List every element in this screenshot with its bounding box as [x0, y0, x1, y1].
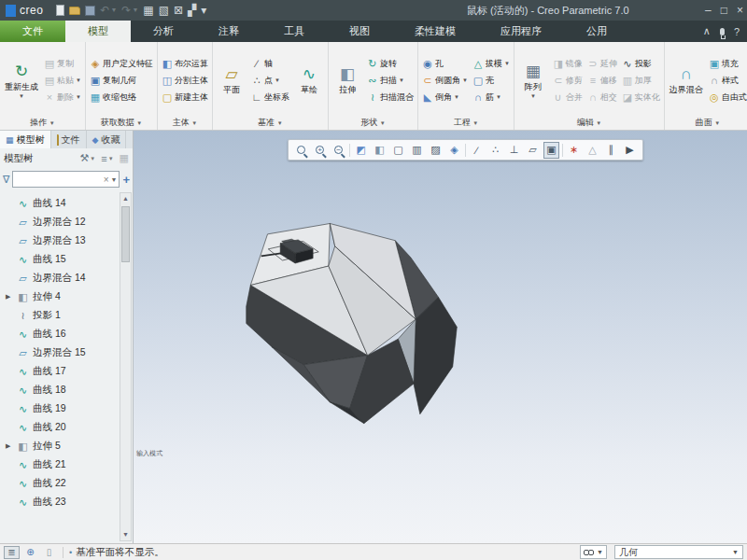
save-icon[interactable]: [85, 2, 95, 19]
intersect-button[interactable]: ∩相交: [586, 91, 618, 105]
fill-button[interactable]: ▣填充: [708, 57, 747, 71]
tree-item[interactable]: ▶◧拉伸 4: [0, 287, 133, 306]
revolve-button[interactable]: ↻旋转: [366, 57, 415, 71]
new-window-icon[interactable]: ▯: [41, 546, 57, 559]
annotation-display-icon[interactable]: ▣: [543, 142, 559, 159]
repaint-icon[interactable]: ◩: [353, 142, 369, 159]
qat-menu-icon[interactable]: ▾: [201, 2, 206, 19]
tab-flexible-modeling[interactable]: 柔性建模: [392, 21, 478, 42]
close-window-icon[interactable]: ⊠: [174, 2, 183, 19]
sketch-button[interactable]: ∿草绘: [293, 64, 325, 97]
command-search-icon[interactable]: [720, 28, 725, 35]
tree-item[interactable]: ∿曲线 22: [0, 474, 133, 493]
scroll-up-icon[interactable]: ▲: [122, 193, 129, 204]
tab-utilities[interactable]: 公用: [564, 21, 629, 42]
plane-display-icon[interactable]: ▱: [525, 142, 541, 159]
offset-button[interactable]: ≡偏移: [586, 74, 618, 88]
tree-display-icon[interactable]: ≡▼: [101, 152, 113, 164]
tree-item[interactable]: ∿曲线 19: [0, 399, 133, 418]
ribbon-group-label[interactable]: 曲面 ▼: [668, 117, 747, 130]
shading-icon[interactable]: ◧: [372, 142, 388, 159]
copy-button[interactable]: ▤复制: [43, 57, 82, 71]
search-dropdown-icon[interactable]: ▼: [110, 176, 117, 183]
tree-item[interactable]: ∿曲线 17: [0, 362, 133, 381]
thicken-button[interactable]: ▥加厚: [621, 74, 661, 88]
undo-icon[interactable]: ↶▼: [100, 2, 117, 19]
selection-filter-select[interactable]: 几何 ▼: [614, 545, 743, 559]
minimize-button[interactable]: –: [705, 4, 712, 17]
boundary-blend-button[interactable]: ∩边界混合: [668, 64, 705, 97]
refit-icon[interactable]: [293, 142, 309, 159]
tree-item[interactable]: ▱边界混合 14: [0, 269, 133, 287]
tree-item[interactable]: ∿曲线 15: [0, 250, 133, 269]
model-3d-mouse[interactable]: [134, 131, 747, 543]
close-button[interactable]: ×: [737, 4, 743, 17]
shrinkwrap-button[interactable]: ▦收缩包络: [89, 91, 154, 105]
tab-view[interactable]: 视图: [327, 21, 392, 42]
tree-tools-icon[interactable]: ⚒▼: [79, 152, 95, 164]
tab-model[interactable]: 模型: [65, 21, 131, 42]
tree-item[interactable]: ▱边界混合 13: [0, 231, 133, 250]
expand-arrow-icon[interactable]: ▶: [6, 293, 13, 301]
ribbon-group-label[interactable]: 主体 ▼: [161, 117, 209, 130]
tree-item[interactable]: ≀投影 1: [0, 306, 133, 325]
window-switch-icon[interactable]: ▧: [159, 2, 169, 19]
split-body-button[interactable]: ◫分割主体: [161, 74, 209, 88]
display-style-icon[interactable]: ▢: [390, 142, 406, 159]
help-icon[interactable]: ?: [734, 26, 740, 37]
redo-icon[interactable]: ↷▼: [121, 2, 138, 19]
chamfer-button[interactable]: ◣倒角▼: [421, 91, 469, 105]
sweep-button[interactable]: ∾扫描▼: [366, 74, 415, 88]
spin-center-icon[interactable]: ∗: [566, 142, 582, 159]
open-file-icon[interactable]: [69, 2, 80, 19]
point-button[interactable]: ∴点▼: [250, 74, 290, 88]
delete-button[interactable]: ×删除▼: [43, 91, 82, 105]
plane-button[interactable]: ▱平面: [216, 64, 247, 97]
tab-applications[interactable]: 应用程序: [478, 21, 564, 42]
appearance-icon[interactable]: ▨: [428, 142, 444, 159]
copy-geometry-button[interactable]: ▣复制几何: [89, 74, 154, 88]
tree-item[interactable]: ∿曲线 21: [0, 455, 133, 474]
coordinate-system-button[interactable]: ∟坐标系: [250, 91, 290, 105]
tree-item[interactable]: ▱边界混合 12: [0, 213, 133, 231]
scrollbar-thumb[interactable]: [121, 206, 130, 262]
clear-search-icon[interactable]: ×: [102, 175, 111, 185]
expand-arrow-icon[interactable]: ▶: [6, 442, 13, 450]
tree-item[interactable]: ▱边界混合 15: [0, 343, 133, 362]
ribbon-group-label[interactable]: 操作 ▼: [3, 117, 82, 130]
regenerate-button[interactable]: ↻重新生成▼: [3, 62, 40, 100]
ribbon-group-label[interactable]: 获取数据 ▼: [89, 117, 154, 130]
axis-button[interactable]: ∕轴: [250, 57, 290, 71]
tree-scrollbar[interactable]: ▲ ▼: [120, 192, 132, 541]
round-button[interactable]: ⊂倒圆角▼: [421, 74, 469, 88]
ribbon-group-label[interactable]: 基准 ▼: [216, 117, 325, 130]
model-tree-toggle-icon[interactable]: ≣: [4, 546, 20, 559]
solidify-button[interactable]: ◪实体化: [621, 91, 661, 105]
new-file-icon[interactable]: [56, 2, 64, 19]
mirror-button[interactable]: ◨镜像: [552, 57, 584, 71]
tab-analysis[interactable]: 分析: [131, 21, 196, 42]
view-manager-icon[interactable]: ◈: [446, 142, 462, 159]
axis-display-icon[interactable]: ∕: [469, 142, 485, 159]
new-body-button[interactable]: ▢新建主体: [161, 91, 209, 105]
panel-tab-folder-browser[interactable]: 文件: [51, 131, 87, 148]
find-tool[interactable]: ▼: [580, 545, 607, 559]
add-filter-icon[interactable]: +: [122, 173, 130, 187]
tree-item[interactable]: ∿曲线 23: [0, 493, 133, 511]
panel-tab-model-tree[interactable]: ▦模型树: [0, 131, 51, 148]
csys-display-icon[interactable]: ⊥: [506, 142, 522, 159]
filter-funnel-icon[interactable]: ∇: [3, 174, 9, 186]
trim-button[interactable]: ⊂修剪: [552, 74, 584, 88]
style-button[interactable]: ∩样式: [708, 74, 747, 88]
tree-search-input[interactable]: [15, 175, 101, 185]
ribbon-group-label[interactable]: 编辑 ▼: [517, 117, 661, 130]
find-dropdown-icon[interactable]: ▼: [597, 549, 603, 555]
tab-annotate[interactable]: 注释: [196, 21, 261, 42]
user-defined-feature-button[interactable]: ◈用户定义特征: [89, 57, 154, 71]
pattern-button[interactable]: ▦阵列▼: [517, 62, 549, 100]
tree-item[interactable]: ∿曲线 18: [0, 381, 133, 399]
browser-toggle-icon[interactable]: ⊕: [22, 546, 38, 559]
paste-button[interactable]: ▤粘贴▼: [43, 74, 82, 88]
zoom-in-icon[interactable]: +: [312, 142, 328, 159]
component-drag-icon[interactable]: ▞: [188, 2, 196, 19]
